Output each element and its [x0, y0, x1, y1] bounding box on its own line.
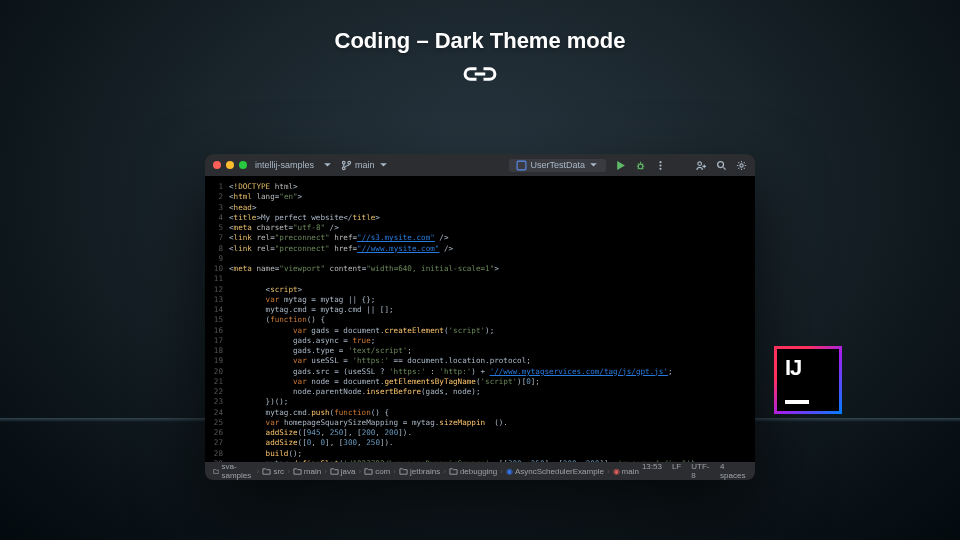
search-icon[interactable] [716, 160, 727, 171]
branch-chevron-icon [378, 160, 389, 171]
svg-point-5 [659, 161, 661, 163]
run-config-select[interactable]: UserTestData [509, 159, 606, 172]
project-name[interactable]: intellij-samples [255, 160, 314, 170]
svg-point-9 [718, 161, 724, 167]
more-actions-button[interactable] [655, 160, 666, 171]
chevron-down-icon [588, 160, 599, 171]
svg-rect-3 [518, 161, 527, 170]
svg-point-6 [659, 164, 661, 166]
svg-point-4 [638, 164, 643, 169]
svg-point-0 [342, 161, 345, 164]
status-time: 13:53 [642, 462, 662, 480]
editor[interactable]: 1<!DOCTYPE html>2<html lang="en">3<head>… [205, 176, 755, 462]
run-button[interactable] [615, 160, 626, 171]
svg-point-8 [698, 161, 702, 165]
ide-statusbar: sva-samples› src› main› java› com› jetbr… [205, 462, 755, 480]
branch-icon [341, 160, 352, 171]
settings-icon[interactable] [736, 160, 747, 171]
run-config-icon [516, 160, 527, 171]
page-title: Coding – Dark Theme mode [0, 0, 960, 54]
status-indent[interactable]: 4 spaces [720, 462, 747, 480]
code-with-me-icon[interactable] [696, 160, 707, 171]
svg-point-2 [348, 161, 351, 164]
project-chevron-icon[interactable] [322, 160, 333, 171]
ide-window: intellij-samples main UserTestData 1<!DO… [205, 154, 755, 480]
svg-point-10 [740, 163, 743, 166]
breadcrumbs[interactable]: sva-samples› src› main› java› com› jetbr… [213, 462, 639, 480]
vcs-branch[interactable]: main [341, 160, 389, 171]
traffic-lights[interactable] [213, 161, 247, 169]
intellij-logo: IJ [774, 346, 842, 414]
ide-titlebar: intellij-samples main UserTestData [205, 154, 755, 176]
status-line-sep[interactable]: LF [672, 462, 681, 480]
debug-button[interactable] [635, 160, 646, 171]
svg-point-1 [342, 166, 345, 169]
svg-point-7 [659, 167, 661, 169]
link-chain-icon [0, 60, 960, 92]
status-encoding[interactable]: UTF-8 [691, 462, 710, 480]
